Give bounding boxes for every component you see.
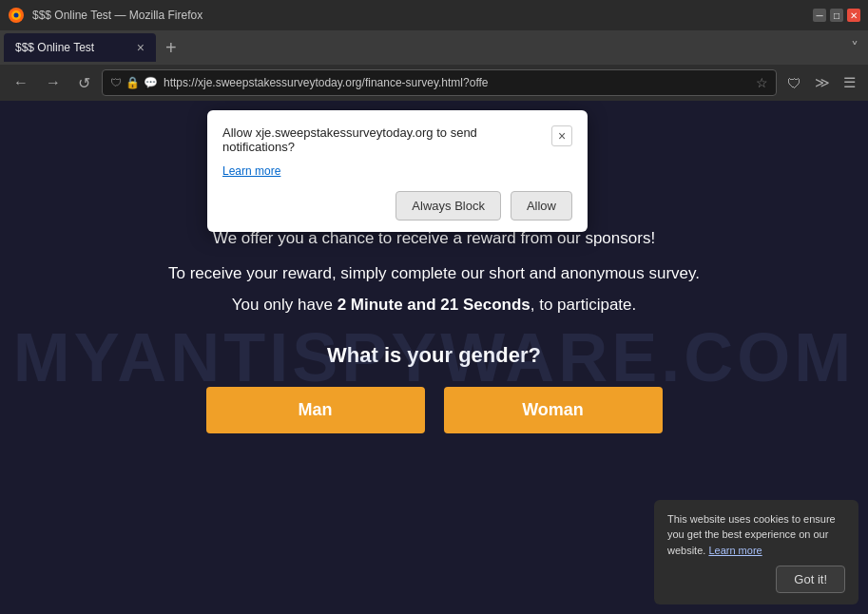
notif-learn-more-link[interactable]: Learn more <box>222 164 280 178</box>
body-text-2: To receive your reward, simply complete … <box>168 260 700 286</box>
allow-button[interactable]: Allow <box>511 191 572 221</box>
address-bar-icons: 🛡 🔒 💬 <box>110 76 158 89</box>
bookmark-star-icon[interactable]: ☆ <box>756 75 768 90</box>
tab-close-button[interactable]: × <box>137 40 145 55</box>
title-bar-left: $$$ Online Test — Mozilla Firefox <box>8 7 203 24</box>
reload-button[interactable]: ↺ <box>72 70 96 96</box>
active-tab[interactable]: $$$ Online Test × <box>4 33 156 62</box>
cookie-banner: This website uses cookies to ensure you … <box>654 500 858 605</box>
extensions-button[interactable]: ≫ <box>810 71 835 94</box>
firefox-icon <box>8 7 25 24</box>
tab-bar: $$$ Online Test × + ˅ <box>0 30 868 65</box>
maximize-button[interactable]: □ <box>830 9 843 22</box>
nav-extras: 🛡 ≫ ☰ <box>782 71 860 94</box>
shield-icon: 🛡 <box>110 76 122 89</box>
woman-button[interactable]: Woman <box>444 387 663 433</box>
address-bar[interactable]: 🛡 🔒 💬 https://xje.sweepstakessurveytoday… <box>102 69 777 96</box>
notif-header: Allow xje.sweepstakessurveytoday.org to … <box>222 125 572 154</box>
got-it-button[interactable]: Got it! <box>776 566 845 593</box>
tab-label: $$$ Online Test <box>15 41 94 54</box>
hamburger-menu-button[interactable]: ☰ <box>839 71 860 94</box>
always-block-button[interactable]: Always Block <box>395 191 501 221</box>
gender-buttons: Man Woman <box>206 387 663 433</box>
man-button[interactable]: Man <box>206 387 425 433</box>
timer-value: 2 Minute and 21 Seconds <box>338 296 530 314</box>
window-title: $$$ Online Test — Mozilla Firefox <box>32 9 203 22</box>
minimize-button[interactable]: ─ <box>813 9 826 22</box>
back-button[interactable]: ← <box>8 70 34 95</box>
lock-icon: 🔒 <box>125 76 140 89</box>
notif-title: Allow xje.sweepstakessurveytoday.org to … <box>222 125 551 154</box>
close-window-button[interactable]: ✕ <box>847 9 860 22</box>
shield-extra-button[interactable]: 🛡 <box>782 72 806 94</box>
tabs-more-button[interactable]: ˅ <box>845 39 864 57</box>
timer-line: You only have 2 Minute and 21 Seconds, t… <box>232 296 637 315</box>
url-text: https://xje.sweepstakessurveytoday.org/f… <box>164 76 750 89</box>
new-tab-button[interactable]: + <box>160 37 183 59</box>
cookie-learn-more-link[interactable]: Learn more <box>708 545 762 556</box>
forward-button[interactable]: → <box>40 70 67 95</box>
cookie-btn-row: Got it! <box>667 566 845 593</box>
timer-suffix: , to participate. <box>530 296 637 314</box>
title-bar: $$$ Online Test — Mozilla Firefox ─ □ ✕ <box>0 0 868 30</box>
svg-point-2 <box>14 13 19 18</box>
timer-prefix: You only have <box>232 296 338 314</box>
notif-actions: Always Block Allow <box>222 191 572 221</box>
window-controls: ─ □ ✕ <box>813 9 860 22</box>
notification-popup: Allow xje.sweepstakessurveytoday.org to … <box>207 110 588 232</box>
notification-icon: 💬 <box>144 76 158 89</box>
page-content: MYANTISPYWARE.COM 2023 Dear user We offe… <box>0 101 868 614</box>
browser-chrome: $$$ Online Test — Mozilla Firefox ─ □ ✕ … <box>0 0 868 101</box>
notif-close-button[interactable]: × <box>551 125 572 146</box>
cookie-text: This website uses cookies to ensure you … <box>667 511 845 559</box>
nav-bar: ← → ↺ 🛡 🔒 💬 https://xje.sweepstakessurve… <box>0 65 868 101</box>
gender-question: What is your gender? <box>327 343 541 368</box>
